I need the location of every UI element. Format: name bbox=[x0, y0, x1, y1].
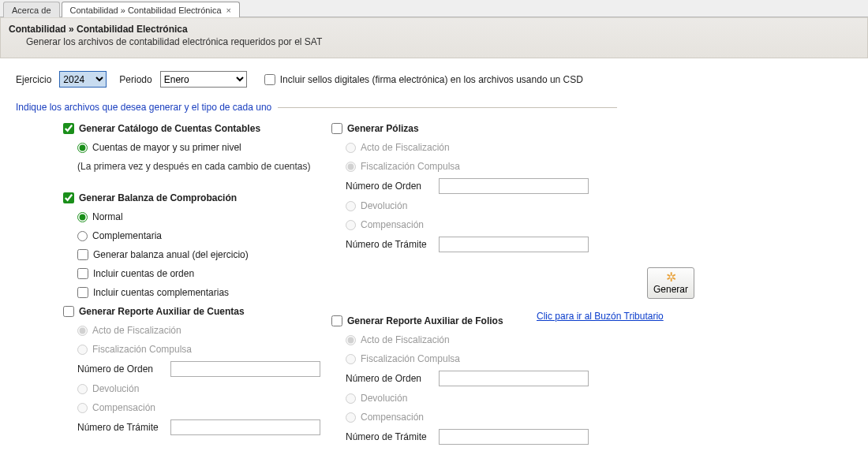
catalogo-title: Generar Catálogo de Cuentas Contables bbox=[79, 123, 260, 134]
balanza-title: Generar Balanza de Comprobación bbox=[79, 192, 237, 203]
periodo-label: Periodo bbox=[119, 74, 152, 85]
auxc-compens-radio bbox=[77, 403, 88, 413]
pol-norden-input[interactable] bbox=[439, 178, 589, 194]
catalogo-hint: (La primera vez y después en cada cambio… bbox=[77, 161, 311, 172]
pol-compulsa-radio bbox=[346, 162, 356, 172]
auxf-compulsa-radio bbox=[346, 354, 356, 364]
pol-ntram-input[interactable] bbox=[439, 237, 589, 252]
periodo-select[interactable]: Enero bbox=[160, 71, 247, 88]
auxf-compens-radio bbox=[346, 412, 356, 423]
auxf-fiscal: Acto de Fiscalización bbox=[361, 334, 450, 345]
pol-ntram-label: Número de Trámite bbox=[346, 239, 432, 250]
catalogo-opt1: Cuentas de mayor y su primer nivel bbox=[92, 142, 241, 153]
aux-cuentas-title: Generar Reporte Auxiliar de Cuentas bbox=[79, 306, 245, 317]
incluir-csd-checkbox[interactable] bbox=[264, 74, 275, 85]
balanza-normal: Normal bbox=[92, 211, 123, 222]
pol-devol-radio bbox=[346, 201, 356, 211]
auxc-compulsa-radio bbox=[77, 345, 88, 355]
balanza-anual: Generar balanza anual (del ejercicio) bbox=[93, 249, 249, 260]
tab-contabilidad-label: Contabilidad » Contabilidad Electrónica bbox=[70, 2, 222, 18]
pol-fiscal-radio bbox=[346, 143, 356, 153]
auxf-ntram-input[interactable] bbox=[439, 429, 589, 445]
tab-contabilidad[interactable]: Contabilidad » Contabilidad Electrónica … bbox=[62, 2, 240, 17]
tab-about[interactable]: Acerca de bbox=[3, 2, 60, 17]
auxf-devol-radio bbox=[346, 393, 356, 404]
auxc-norden-input[interactable] bbox=[170, 361, 320, 377]
pol-fiscal: Acto de Fiscalización bbox=[361, 142, 450, 153]
close-icon[interactable]: × bbox=[226, 2, 231, 18]
page-header: Contabilidad » Contabilidad Electrónica … bbox=[0, 17, 868, 58]
page-subtitle: Generar los archivos de contabilidad ele… bbox=[26, 35, 859, 48]
pol-compens-radio bbox=[346, 220, 356, 230]
balanza-complementaria: Complementaria bbox=[92, 230, 162, 241]
polizas-title: Generar Pólizas bbox=[347, 123, 419, 134]
ejercicio-select[interactable]: 2024 bbox=[59, 71, 107, 88]
auxf-compens: Compensación bbox=[361, 412, 424, 423]
auxf-ntram-label: Número de Trámite bbox=[346, 431, 432, 442]
pol-compulsa: Fiscalización Compulsa bbox=[361, 161, 460, 172]
auxf-norden-input[interactable] bbox=[439, 371, 589, 386]
incluir-complementarias-checkbox[interactable] bbox=[77, 287, 88, 298]
aux-folios-checkbox[interactable] bbox=[331, 315, 342, 326]
auxc-devol-radio bbox=[77, 384, 88, 394]
auxc-compulsa: Fiscalización Compulsa bbox=[92, 344, 192, 355]
balanza-anual-checkbox[interactable] bbox=[77, 249, 88, 260]
auxc-fiscal: Acto de Fiscalización bbox=[92, 325, 181, 336]
incluir-complementarias: Incluir cuentas complementarias bbox=[93, 287, 229, 298]
catalogo-checkbox[interactable] bbox=[63, 123, 74, 134]
auxc-ntram-input[interactable] bbox=[170, 419, 320, 435]
balanza-normal-radio[interactable] bbox=[77, 212, 88, 222]
aux-cuentas-checkbox[interactable] bbox=[63, 306, 74, 317]
incluir-orden-checkbox[interactable] bbox=[77, 268, 88, 279]
pol-norden-label: Número de Orden bbox=[346, 181, 432, 192]
tab-strip: Acerca de Contabilidad » Contabilidad El… bbox=[0, 0, 868, 17]
auxf-devol: Devolución bbox=[361, 393, 407, 404]
incluir-orden: Incluir cuentas de orden bbox=[93, 268, 194, 279]
auxc-norden-label: Número de Orden bbox=[77, 363, 164, 375]
auxc-devol: Devolución bbox=[92, 383, 139, 394]
tab-about-label: Acerca de bbox=[12, 2, 51, 18]
balanza-complementaria-radio[interactable] bbox=[77, 231, 88, 241]
aux-folios-title: Generar Reporte Auxiliar de Folios bbox=[347, 315, 503, 326]
pol-compens: Compensación bbox=[361, 219, 424, 230]
auxf-fiscal-radio bbox=[346, 335, 356, 345]
auxf-norden-label: Número de Orden bbox=[346, 373, 432, 384]
page-title: Contabilidad » Contabilidad Electrónica bbox=[9, 23, 859, 35]
pol-devol: Devolución bbox=[361, 200, 407, 211]
ejercicio-label: Ejercicio bbox=[16, 74, 51, 85]
auxc-compens: Compensación bbox=[92, 402, 155, 413]
generar-label: Generar bbox=[653, 284, 688, 295]
buzon-link[interactable]: Clic para ir al Buzón Tributario bbox=[537, 311, 664, 322]
fieldset-legend: Indique los archivos que desea generar y… bbox=[16, 102, 271, 113]
generar-button[interactable]: ✲ Generar bbox=[647, 267, 694, 299]
auxc-ntram-label: Número de Trámite bbox=[77, 422, 164, 433]
divider bbox=[278, 107, 617, 108]
balanza-checkbox[interactable] bbox=[63, 192, 74, 203]
catalogo-opt1-radio[interactable] bbox=[77, 143, 88, 153]
auxc-fiscal-radio bbox=[77, 326, 88, 336]
gear-icon: ✲ bbox=[666, 271, 676, 284]
auxf-compulsa: Fiscalización Compulsa bbox=[361, 353, 460, 364]
polizas-checkbox[interactable] bbox=[331, 123, 342, 134]
incluir-csd-label: Incluir sellos digitales (firma electrón… bbox=[280, 74, 583, 85]
